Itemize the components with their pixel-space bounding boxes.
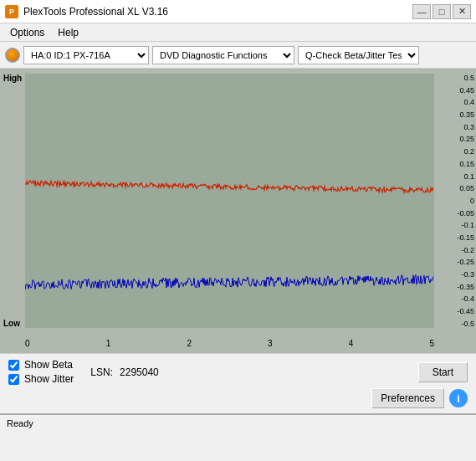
device-icon [5, 48, 20, 63]
title-bar: P PlexTools Professional XL V3.16 — □ ✕ [0, 0, 476, 23]
y-axis-label: -0.15 [436, 233, 474, 242]
y-axis-label: 0.2 [436, 147, 474, 156]
bottom-panel: Show Beta Show Jitter LSN: 2295040 Start… [0, 353, 476, 413]
y-axis-label: 0.05 [436, 184, 474, 192]
x-axis-labels: 012345 [25, 339, 434, 348]
chart-canvas [25, 74, 434, 328]
start-button[interactable]: Start [418, 362, 468, 382]
lsn-label: LSN: [90, 366, 113, 378]
y-axis-label: -0.1 [436, 221, 474, 229]
show-beta-checkbox[interactable] [8, 360, 19, 371]
chart-label-high: High [3, 74, 22, 83]
y-axis-label: -0.2 [436, 246, 474, 254]
menu-help[interactable]: Help [51, 25, 85, 40]
y-axis-label: 0.5 [436, 74, 474, 82]
bottom-row1: Show Beta Show Jitter LSN: 2295040 Start [8, 359, 468, 385]
device-select[interactable]: HA:0 ID:1 PX-716A [23, 46, 149, 64]
chart-area: High Low 0.50.450.40.350.30.250.20.150.1… [0, 69, 476, 353]
show-jitter-checkbox[interactable] [8, 374, 19, 385]
app-icon: P [5, 5, 18, 18]
y-axis-label: 0.15 [436, 160, 474, 168]
bottom-row2: Preferences i [8, 388, 468, 408]
y-axis-label: 0.3 [436, 123, 474, 131]
x-axis-label: 5 [429, 339, 434, 348]
preferences-button[interactable]: Preferences [371, 388, 444, 408]
minimize-button[interactable]: — [412, 4, 431, 19]
y-axis-labels: 0.50.450.40.350.30.250.20.150.10.050-0.0… [436, 74, 476, 328]
y-axis-label: 0.4 [436, 98, 474, 106]
y-axis-label: 0.1 [436, 172, 474, 181]
show-beta-label: Show Beta [24, 359, 73, 371]
y-axis-label: -0.25 [436, 258, 474, 266]
x-axis-label: 1 [106, 339, 111, 348]
y-axis-label: -0.35 [436, 283, 474, 291]
chart-label-low: Low [3, 319, 20, 328]
menu-options[interactable]: Options [3, 25, 51, 40]
lsn-value: 2295040 [120, 366, 159, 378]
test-select[interactable]: Q-Check Beta/Jitter Test [298, 46, 419, 64]
show-jitter-row: Show Jitter [8, 373, 74, 385]
info-button[interactable]: i [449, 389, 468, 407]
pref-info-row: Preferences i [371, 388, 468, 408]
status-bar: Ready [0, 413, 476, 432]
x-axis-label: 3 [268, 339, 273, 348]
y-axis-label: -0.05 [436, 209, 474, 218]
toolbar: HA:0 ID:1 PX-716A DVD Diagnostic Functio… [0, 42, 476, 69]
show-beta-row: Show Beta [8, 359, 74, 371]
y-axis-label: -0.45 [436, 307, 474, 315]
menu-bar: Options Help [0, 23, 476, 42]
title-bar-controls: — □ ✕ [412, 4, 471, 19]
status-text: Ready [7, 418, 33, 428]
title-bar-title: PlexTools Professional XL V3.16 [23, 6, 168, 18]
y-axis-label: 0.35 [436, 110, 474, 119]
y-axis-label: 0 [436, 197, 474, 205]
x-axis-label: 4 [349, 339, 354, 348]
lsn-area: LSN: 2295040 [90, 366, 417, 378]
title-bar-left: P PlexTools Professional XL V3.16 [5, 5, 168, 18]
y-axis-label: -0.4 [436, 295, 474, 303]
close-button[interactable]: ✕ [453, 4, 471, 19]
function-select[interactable]: DVD Diagnostic Functions [152, 46, 294, 64]
chart-inner [25, 74, 434, 328]
maximize-button[interactable]: □ [432, 4, 451, 19]
show-jitter-label: Show Jitter [24, 373, 74, 385]
y-axis-label: 0.25 [436, 135, 474, 143]
x-axis-label: 2 [187, 339, 192, 348]
x-axis-label: 0 [25, 339, 30, 348]
y-axis-label: -0.3 [436, 270, 474, 279]
y-axis-label: -0.5 [436, 320, 474, 328]
y-axis-label: 0.45 [436, 86, 474, 95]
